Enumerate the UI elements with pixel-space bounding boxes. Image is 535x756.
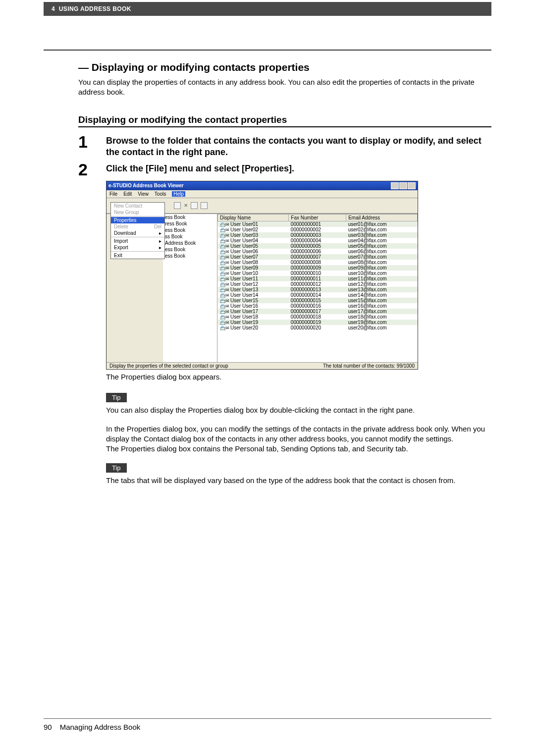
minimize-icon[interactable] bbox=[391, 182, 399, 189]
table-row[interactable]: User User1200000000012user12@ifax.com bbox=[218, 281, 418, 287]
table-row[interactable]: User User0300000000003user03@ifax.com bbox=[218, 232, 418, 238]
tree-item[interactable]: ess Book bbox=[163, 253, 217, 259]
tree-item[interactable]: ss Book bbox=[163, 233, 217, 240]
maximize-icon[interactable] bbox=[399, 182, 407, 189]
properties-paragraph-b: The Properties dialog box contains the P… bbox=[106, 444, 489, 454]
page-number: 90 bbox=[44, 723, 52, 731]
cell-email: user08@ifax.com bbox=[346, 260, 418, 265]
close-icon[interactable] bbox=[408, 182, 416, 189]
table-row[interactable]: User User0400000000004user04@ifax.com bbox=[218, 238, 418, 243]
file-menu-import[interactable]: Import▸ bbox=[111, 238, 164, 244]
cell-fax-number: 00000000016 bbox=[289, 303, 346, 309]
cell-display-name: User User06 bbox=[218, 249, 289, 254]
chapter-header: 4 USING ADDRESS BOOK bbox=[44, 2, 491, 16]
menu-help[interactable]: Help bbox=[172, 191, 185, 197]
screenshot: e-STUDIO Address Book Viewer File Edit V… bbox=[106, 181, 491, 370]
table-row[interactable]: User User1100000000011user11@ifax.com bbox=[218, 276, 418, 281]
cell-fax-number: 00000000012 bbox=[289, 281, 346, 287]
cell-display-name: User User07 bbox=[218, 254, 289, 260]
table-row[interactable]: User User1700000000017user17@ifax.com bbox=[218, 309, 418, 314]
cell-display-name: User User17 bbox=[218, 309, 289, 314]
menu-file[interactable]: File bbox=[109, 191, 117, 197]
cell-fax-number: 00000000001 bbox=[289, 221, 346, 227]
cell-fax-number: 00000000013 bbox=[289, 287, 346, 292]
step-2-number: 2 bbox=[78, 161, 106, 178]
col-header-fax-number[interactable]: Fax Number bbox=[289, 214, 346, 221]
toolbar-find-icon[interactable] bbox=[191, 202, 198, 209]
file-menu-new-group: New Group bbox=[111, 209, 164, 216]
table-row[interactable]: User User1400000000014user14@ifax.com bbox=[218, 292, 418, 298]
app-window: e-STUDIO Address Book Viewer File Edit V… bbox=[106, 181, 418, 370]
table-row[interactable]: User User0600000000006user06@ifax.com bbox=[218, 249, 418, 254]
menubar: File Edit View Tools Help bbox=[107, 190, 418, 198]
file-menu-properties[interactable]: Properties bbox=[111, 217, 164, 223]
table-row[interactable]: User User0900000000009user09@ifax.com bbox=[218, 265, 418, 270]
cell-fax-number: 00000000003 bbox=[289, 232, 346, 238]
tree-item[interactable]: ress Book bbox=[163, 220, 217, 227]
file-dropdown: New Contact New Group Properties DeleteD… bbox=[110, 202, 165, 259]
tree-item[interactable]: ess Book bbox=[163, 227, 217, 233]
cell-display-name: User User12 bbox=[218, 281, 289, 287]
table-row[interactable]: User User1800000000018user18@ifax.com bbox=[218, 314, 418, 320]
table-row[interactable]: User User1000000000010user10@ifax.com bbox=[218, 270, 418, 276]
menu-edit[interactable]: Edit bbox=[123, 191, 132, 197]
cell-email: user19@ifax.com bbox=[346, 320, 418, 325]
file-menu-export[interactable]: Export▸ bbox=[111, 244, 164, 251]
table-row[interactable]: User User0100000000001user01@ifax.com bbox=[218, 221, 418, 227]
table-row[interactable]: User User0200000000002user02@ifax.com bbox=[218, 227, 418, 232]
col-header-email-address[interactable]: Email Address bbox=[346, 214, 418, 221]
toolbar-properties-icon[interactable] bbox=[174, 202, 181, 209]
cell-email: user09@ifax.com bbox=[346, 265, 418, 270]
cell-display-name: User User11 bbox=[218, 276, 289, 281]
properties-paragraph-a: In the Properties dialog box, you can mo… bbox=[106, 424, 489, 444]
tree-item[interactable]: ess Book bbox=[163, 246, 217, 253]
cell-display-name: User User19 bbox=[218, 320, 289, 325]
cell-fax-number: 00000000008 bbox=[289, 260, 346, 265]
cell-email: user07@ifax.com bbox=[346, 254, 418, 260]
status-right: The total number of the contacts: 99/100… bbox=[323, 363, 415, 369]
tip-1-text: You can also display the Properties dial… bbox=[106, 405, 489, 415]
tree-item[interactable]: Address Book bbox=[163, 240, 217, 246]
chapter-title: USING ADDRESS BOOK bbox=[59, 5, 131, 12]
table-row[interactable]: User User2000000000020user20@ifax.com bbox=[218, 325, 418, 330]
table-row[interactable]: User User0800000000008user08@ifax.com bbox=[218, 260, 418, 265]
toolbar-refresh-icon[interactable] bbox=[201, 202, 208, 209]
cell-fax-number: 00000000019 bbox=[289, 320, 346, 325]
cell-display-name: User User08 bbox=[218, 260, 289, 265]
table-row[interactable]: User User1300000000013user13@ifax.com bbox=[218, 287, 418, 292]
step-1-text: Browse to the folder that contains the c… bbox=[106, 133, 491, 158]
menu-tools[interactable]: Tools bbox=[155, 191, 166, 197]
cell-display-name: User User16 bbox=[218, 303, 289, 309]
cell-fax-number: 00000000011 bbox=[289, 276, 346, 281]
file-menu-delete: DeleteDel bbox=[111, 223, 164, 230]
window-titlebar: e-STUDIO Address Book Viewer bbox=[107, 181, 418, 190]
cell-email: user05@ifax.com bbox=[346, 243, 418, 249]
window-title: e-STUDIO Address Book Viewer bbox=[108, 183, 184, 188]
step-1-number: 1 bbox=[78, 133, 106, 158]
table-row[interactable]: User User1600000000016user16@ifax.com bbox=[218, 303, 418, 309]
cell-display-name: User User14 bbox=[218, 292, 289, 298]
table-row[interactable]: User User1500000000015user15@ifax.com bbox=[218, 298, 418, 303]
table-row[interactable]: User User0700000000007user07@ifax.com bbox=[218, 254, 418, 260]
menu-view[interactable]: View bbox=[138, 191, 149, 197]
screenshot-caption: The Properties dialog box appears. bbox=[106, 373, 491, 381]
cell-email: user13@ifax.com bbox=[346, 287, 418, 292]
section-divider bbox=[44, 50, 491, 51]
tree-item[interactable]: ess Book bbox=[163, 214, 217, 220]
section-body: You can display the properties of contac… bbox=[78, 77, 489, 98]
table-row[interactable]: User User1900000000019user19@ifax.com bbox=[218, 320, 418, 325]
section-title: — Displaying or modifying contacts prope… bbox=[78, 61, 491, 73]
cell-email: user18@ifax.com bbox=[346, 314, 418, 320]
tip-2-text: The tabs that will be displayed vary bas… bbox=[106, 476, 489, 486]
cell-display-name: User User15 bbox=[218, 298, 289, 303]
chapter-number: 4 bbox=[52, 5, 55, 12]
table-row[interactable]: User User0500000000005user05@ifax.com bbox=[218, 243, 418, 249]
cell-display-name: User User10 bbox=[218, 270, 289, 276]
col-header-display-name[interactable]: Display Name bbox=[218, 214, 289, 221]
toolbar-delete-icon[interactable]: ✕ bbox=[184, 203, 188, 208]
cell-display-name: User User01 bbox=[218, 221, 289, 227]
file-menu-download[interactable]: Download▸ bbox=[111, 230, 164, 236]
file-menu-exit[interactable]: Exit bbox=[111, 252, 164, 259]
cell-email: user16@ifax.com bbox=[346, 303, 418, 309]
cell-email: user06@ifax.com bbox=[346, 249, 418, 254]
